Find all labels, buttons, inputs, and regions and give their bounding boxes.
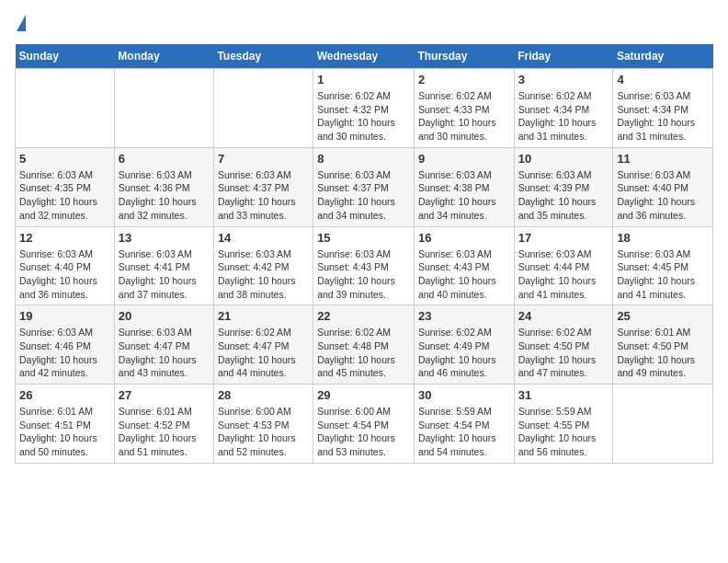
calendar-cell: 29Sunrise: 6:00 AMSunset: 4:54 PMDayligh… <box>313 385 415 464</box>
calendar-cell <box>16 69 115 148</box>
day-number: 16 <box>418 231 510 245</box>
calendar-cell: 25Sunrise: 6:01 AMSunset: 4:50 PMDayligh… <box>613 305 713 385</box>
day-number: 19 <box>19 309 110 323</box>
day-info: Sunrise: 6:03 AMSunset: 4:41 PMDaylight:… <box>119 247 210 302</box>
calendar-cell: 20Sunrise: 6:03 AMSunset: 4:47 PMDayligh… <box>114 305 213 385</box>
calendar-cell: 13Sunrise: 6:03 AMSunset: 4:41 PMDayligh… <box>114 226 213 305</box>
weekday-friday: Friday <box>514 44 613 69</box>
day-info: Sunrise: 6:03 AMSunset: 4:35 PMDaylight:… <box>19 168 110 223</box>
weekday-monday: Monday <box>114 44 213 69</box>
day-info: Sunrise: 6:01 AMSunset: 4:52 PMDaylight:… <box>119 405 210 459</box>
day-info: Sunrise: 6:03 AMSunset: 4:47 PMDaylight:… <box>119 326 210 380</box>
day-info: Sunrise: 6:00 AMSunset: 4:53 PMDaylight:… <box>218 405 309 459</box>
day-info: Sunrise: 6:03 AMSunset: 4:42 PMDaylight:… <box>218 247 309 302</box>
day-info: Sunrise: 5:59 AMSunset: 4:54 PMDaylight:… <box>418 405 510 459</box>
calendar-cell: 7Sunrise: 6:03 AMSunset: 4:37 PMDaylight… <box>213 147 313 226</box>
day-number: 28 <box>218 388 309 402</box>
logo-triangle-icon <box>17 15 26 31</box>
calendar-cell: 6Sunrise: 6:03 AMSunset: 4:36 PMDaylight… <box>114 147 213 226</box>
weekday-wednesday: Wednesday <box>313 44 415 69</box>
day-number: 7 <box>218 152 309 166</box>
calendar-cell: 11Sunrise: 6:03 AMSunset: 4:40 PMDayligh… <box>613 147 713 226</box>
weekday-sunday: Sunday <box>16 44 115 69</box>
day-number: 4 <box>617 73 709 86</box>
calendar-cell: 4Sunrise: 6:03 AMSunset: 4:34 PMDaylight… <box>613 69 713 148</box>
day-info: Sunrise: 6:03 AMSunset: 4:40 PMDaylight:… <box>617 168 709 223</box>
calendar-cell: 5Sunrise: 6:03 AMSunset: 4:35 PMDaylight… <box>16 147 115 226</box>
day-info: Sunrise: 6:01 AMSunset: 4:50 PMDaylight:… <box>617 326 709 380</box>
day-number: 29 <box>317 388 410 402</box>
day-number: 27 <box>119 388 210 402</box>
page-header <box>15 15 713 33</box>
calendar-cell: 22Sunrise: 6:02 AMSunset: 4:48 PMDayligh… <box>313 305 415 385</box>
weekday-saturday: Saturday <box>613 44 713 69</box>
calendar-cell: 3Sunrise: 6:02 AMSunset: 4:34 PMDaylight… <box>514 69 613 148</box>
day-number: 31 <box>518 388 609 402</box>
day-info: Sunrise: 6:02 AMSunset: 4:32 PMDaylight:… <box>317 89 410 144</box>
day-number: 9 <box>418 152 510 166</box>
day-number: 1 <box>317 73 410 86</box>
day-info: Sunrise: 6:02 AMSunset: 4:50 PMDaylight:… <box>518 326 609 380</box>
calendar-cell: 15Sunrise: 6:03 AMSunset: 4:43 PMDayligh… <box>313 226 415 305</box>
calendar-cell <box>114 69 213 148</box>
day-number: 13 <box>119 231 210 245</box>
calendar-cell: 26Sunrise: 6:01 AMSunset: 4:51 PMDayligh… <box>16 385 115 464</box>
day-number: 15 <box>317 231 410 245</box>
calendar-week-4: 19Sunrise: 6:03 AMSunset: 4:46 PMDayligh… <box>16 305 713 385</box>
day-info: Sunrise: 6:02 AMSunset: 4:49 PMDaylight:… <box>418 326 510 380</box>
day-number: 5 <box>19 152 110 166</box>
day-info: Sunrise: 6:03 AMSunset: 4:39 PMDaylight:… <box>518 168 609 223</box>
day-info: Sunrise: 6:03 AMSunset: 4:44 PMDaylight:… <box>518 247 609 302</box>
day-number: 3 <box>518 73 609 86</box>
day-info: Sunrise: 6:02 AMSunset: 4:34 PMDaylight:… <box>518 89 609 144</box>
day-info: Sunrise: 6:02 AMSunset: 4:47 PMDaylight:… <box>218 326 309 380</box>
day-info: Sunrise: 6:03 AMSunset: 4:38 PMDaylight:… <box>418 168 510 223</box>
calendar-cell: 19Sunrise: 6:03 AMSunset: 4:46 PMDayligh… <box>16 305 115 385</box>
day-number: 14 <box>218 231 309 245</box>
day-number: 25 <box>617 309 709 323</box>
day-info: Sunrise: 6:03 AMSunset: 4:46 PMDaylight:… <box>19 326 110 380</box>
day-number: 22 <box>317 309 410 323</box>
weekday-tuesday: Tuesday <box>213 44 313 69</box>
calendar-cell: 31Sunrise: 5:59 AMSunset: 4:55 PMDayligh… <box>514 385 613 464</box>
calendar-cell: 24Sunrise: 6:02 AMSunset: 4:50 PMDayligh… <box>514 305 613 385</box>
calendar-cell <box>613 385 713 464</box>
day-info: Sunrise: 6:03 AMSunset: 4:37 PMDaylight:… <box>218 168 309 223</box>
calendar-cell: 18Sunrise: 6:03 AMSunset: 4:45 PMDayligh… <box>613 226 713 305</box>
calendar-cell: 2Sunrise: 6:02 AMSunset: 4:33 PMDaylight… <box>414 69 514 148</box>
day-info: Sunrise: 5:59 AMSunset: 4:55 PMDaylight:… <box>518 405 609 459</box>
logo <box>15 15 26 33</box>
day-info: Sunrise: 6:03 AMSunset: 4:43 PMDaylight:… <box>317 247 410 302</box>
calendar-cell: 17Sunrise: 6:03 AMSunset: 4:44 PMDayligh… <box>514 226 613 305</box>
calendar-cell: 27Sunrise: 6:01 AMSunset: 4:52 PMDayligh… <box>114 385 213 464</box>
calendar-cell: 10Sunrise: 6:03 AMSunset: 4:39 PMDayligh… <box>514 147 613 226</box>
calendar-cell: 9Sunrise: 6:03 AMSunset: 4:38 PMDaylight… <box>414 147 514 226</box>
day-number: 6 <box>119 152 210 166</box>
calendar-cell: 14Sunrise: 6:03 AMSunset: 4:42 PMDayligh… <box>213 226 313 305</box>
calendar-week-3: 12Sunrise: 6:03 AMSunset: 4:40 PMDayligh… <box>16 226 713 305</box>
day-number: 30 <box>418 388 510 402</box>
calendar-cell: 21Sunrise: 6:02 AMSunset: 4:47 PMDayligh… <box>213 305 313 385</box>
calendar-cell: 16Sunrise: 6:03 AMSunset: 4:43 PMDayligh… <box>414 226 514 305</box>
calendar-week-1: 1Sunrise: 6:02 AMSunset: 4:32 PMDaylight… <box>16 69 713 148</box>
day-info: Sunrise: 6:00 AMSunset: 4:54 PMDaylight:… <box>317 405 410 459</box>
calendar-table: SundayMondayTuesdayWednesdayThursdayFrid… <box>15 44 713 464</box>
day-number: 21 <box>218 309 309 323</box>
calendar-cell: 1Sunrise: 6:02 AMSunset: 4:32 PMDaylight… <box>313 69 415 148</box>
calendar-cell: 30Sunrise: 5:59 AMSunset: 4:54 PMDayligh… <box>414 385 514 464</box>
day-number: 8 <box>317 152 410 166</box>
calendar-cell: 12Sunrise: 6:03 AMSunset: 4:40 PMDayligh… <box>16 226 115 305</box>
calendar-cell: 23Sunrise: 6:02 AMSunset: 4:49 PMDayligh… <box>414 305 514 385</box>
day-number: 20 <box>119 309 210 323</box>
day-number: 2 <box>418 73 510 86</box>
day-info: Sunrise: 6:03 AMSunset: 4:34 PMDaylight:… <box>617 89 709 144</box>
day-number: 11 <box>617 152 709 166</box>
day-number: 18 <box>617 231 709 245</box>
day-number: 23 <box>418 309 510 323</box>
day-number: 24 <box>518 309 609 323</box>
day-info: Sunrise: 6:02 AMSunset: 4:33 PMDaylight:… <box>418 89 510 144</box>
calendar-week-2: 5Sunrise: 6:03 AMSunset: 4:35 PMDaylight… <box>16 147 713 226</box>
calendar-header: SundayMondayTuesdayWednesdayThursdayFrid… <box>16 44 713 69</box>
calendar-week-5: 26Sunrise: 6:01 AMSunset: 4:51 PMDayligh… <box>16 385 713 464</box>
day-info: Sunrise: 6:03 AMSunset: 4:45 PMDaylight:… <box>617 247 709 302</box>
